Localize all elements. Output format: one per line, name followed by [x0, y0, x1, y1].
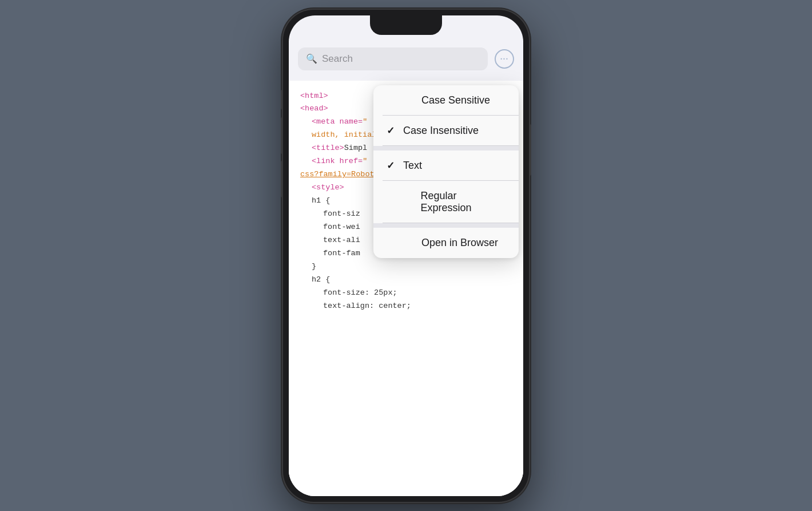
- screen-content: 🔍 Search ··· <html> <head> <meta name=" …: [289, 41, 523, 496]
- menu-item-text[interactable]: Text: [373, 150, 519, 181]
- code-line: font-size: 25px;: [300, 287, 512, 300]
- search-icon: 🔍: [306, 53, 317, 64]
- search-placeholder: Search: [322, 53, 353, 65]
- power-button: [529, 124, 531, 176]
- menu-item-open-browser-label: Open in Browser: [421, 237, 498, 249]
- menu-separator-2: [373, 223, 519, 228]
- search-bar[interactable]: 🔍 Search: [298, 47, 488, 70]
- code-line: text-align: center;: [300, 300, 512, 313]
- volume-up-button: [281, 117, 283, 154]
- notch: [370, 15, 442, 35]
- code-line: h2 {: [300, 274, 512, 287]
- search-area: 🔍 Search ···: [289, 41, 523, 77]
- menu-item-regex-label: Regular Expression: [421, 190, 507, 214]
- menu-item-text-label: Text: [403, 160, 422, 172]
- menu-separator: [373, 146, 519, 150]
- more-dots-icon: ···: [500, 54, 509, 64]
- volume-down-button: [281, 161, 283, 197]
- phone-screen: 🔍 Search ··· <html> <head> <meta name=" …: [289, 15, 523, 496]
- phone-mockup: 🔍 Search ··· <html> <head> <meta name=" …: [283, 10, 529, 502]
- menu-item-case-sensitive-label: Case Sensitive: [421, 94, 490, 106]
- more-options-button[interactable]: ···: [495, 49, 514, 69]
- menu-item-case-insensitive[interactable]: Case Insensitive: [373, 116, 519, 146]
- menu-item-open-browser[interactable]: Open in Browser: [373, 228, 519, 258]
- dropdown-menu: Case Sensitive Case Insensitive Text Reg…: [373, 85, 519, 258]
- menu-item-case-sensitive[interactable]: Case Sensitive: [373, 85, 519, 116]
- code-line: }: [300, 260, 512, 274]
- menu-item-case-insensitive-label: Case Insensitive: [403, 125, 479, 137]
- menu-item-regex[interactable]: Regular Expression: [373, 181, 519, 223]
